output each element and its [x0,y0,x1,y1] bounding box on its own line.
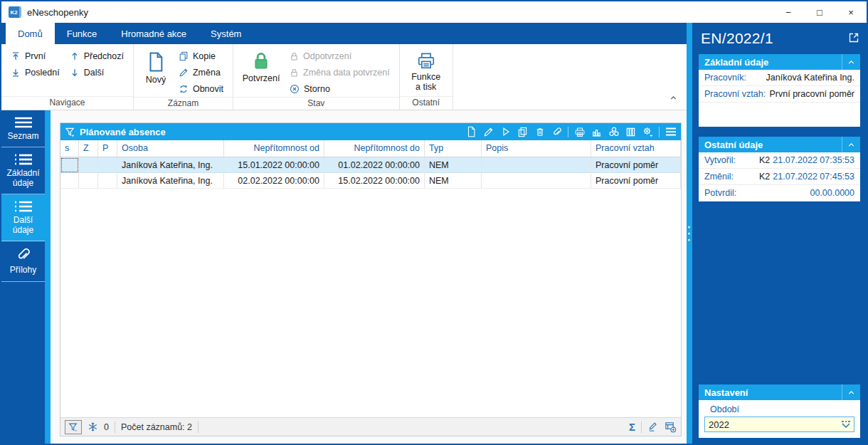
group-label-navigace: Navigace [1,96,133,110]
section-ostatni-udaje: Ostatní údaje Vytvořil: K221.07.2022 07:… [699,137,860,201]
field-pracovni-vztah: Pracovní vztah: První pracovní poměr [699,86,860,103]
unconfirm-button[interactable]: Odpotvrzení [286,48,393,64]
chart-icon[interactable] [591,126,603,138]
column-header-s[interactable]: s [60,140,79,157]
column-header-osoba[interactable]: Osoba [117,140,224,157]
previous-button[interactable]: Předchozí [66,48,127,64]
tab-system[interactable]: Systém [199,23,253,44]
sidebar-splitter[interactable] [45,110,51,444]
new-record-icon[interactable] [465,126,477,138]
arrow-down-icon [70,68,80,78]
tab-funkce[interactable]: Funkce [55,23,110,44]
printer-icon [416,51,436,70]
field-zmenil: Změnil: K221.07.2022 07:45:53 [699,169,860,185]
reports-icon[interactable] [608,126,620,138]
section-header-nastaveni[interactable]: Nastavení [699,384,860,400]
sidebar-item-prilohy[interactable]: Přílohy [1,241,45,281]
refresh-button[interactable]: Obnovit [175,81,227,97]
run-icon[interactable] [499,126,512,138]
grid-status-bar: 0 Počet záznamů: 2 Σ [60,417,681,436]
section-header-zakladni[interactable]: Základní údaje [699,54,860,70]
toolbar-separator [568,127,568,137]
new-button[interactable]: Nový [139,47,172,97]
section-nastaveni: Nastavení Období [699,384,860,438]
field-potvrdil: Potvrdil: 00.00.0000 [699,185,860,201]
ribbon-group-navigace: První Poslední [1,44,134,110]
collapse-ribbon-icon[interactable] [669,93,678,103]
grid-menu-icon[interactable] [665,126,677,138]
sidebar-item-zakladni-udaje[interactable]: Základní údaje [1,147,45,194]
pencil-icon [179,68,189,78]
grid-header-row: s Z P Osoba Nepřítomnost od Nepřítomnost… [60,140,681,157]
confirm-button[interactable]: Potvrzení [239,47,283,97]
group-label-ostatni: Ostatní [400,96,452,110]
sidebar-item-seznam[interactable]: Seznam [1,110,45,147]
tab-hromadne-akce[interactable]: Hromadné akce [109,23,199,44]
ribbon-group-zaznam: Nový Kopie Změna [134,44,233,110]
panel-splitter[interactable] [687,23,692,444]
sidebar-item-dalsi-udaje[interactable]: Další údaje [1,194,45,241]
collapse-section-icon[interactable] [842,137,860,152]
tab-domu[interactable]: Domů [6,23,55,44]
column-header-vztah[interactable]: Pracovní vztah [591,140,681,157]
left-sidebar: Seznam Základní údaje Další údaje [1,110,45,444]
ribbon-group-stav: Potvrzení Odpotvrzení Změ [233,44,400,110]
app-window: K2 eNeschopenky − □ × Domů Funkce Hromad… [0,0,868,445]
column-header-do[interactable]: Nepřítomnost do [324,140,425,157]
column-header-z[interactable]: Z [79,140,98,157]
grid-row-2[interactable]: Janíková Kateřina, Ing. 02.02.2022 00:00… [60,173,681,189]
maximize-button[interactable]: □ [804,1,835,23]
period-input[interactable] [705,419,838,430]
add-view-icon[interactable] [664,421,677,433]
period-dropdown-icon[interactable] [838,417,854,431]
window-title: eNeschopenky [27,7,88,18]
cancel-button[interactable]: Storno [286,81,393,97]
lock-gray-icon [290,52,299,61]
grid-empty-area [60,189,681,417]
first-button[interactable]: První [7,48,63,64]
print-icon[interactable] [573,126,586,138]
copy-icon [179,51,189,61]
status-separator [198,422,199,433]
functions-print-button[interactable]: Funkce a tisk [406,47,447,96]
sum-icon[interactable]: Σ [629,421,635,433]
copy-record-icon[interactable] [517,126,529,138]
lock-green-icon [252,51,270,71]
change-confirm-date-button[interactable]: Změna data potvrzení [286,65,393,80]
column-header-typ[interactable]: Typ [425,140,482,157]
close-button[interactable]: × [835,1,867,23]
column-header-popis[interactable]: Popis [482,140,591,157]
collapse-section-icon[interactable] [842,384,860,400]
popout-icon[interactable] [848,32,859,43]
planned-absences-grid: Plánované absence [60,122,682,436]
collapse-section-icon[interactable] [842,54,860,70]
edit-record-icon[interactable] [482,126,494,138]
frozen-rows-icon[interactable] [88,422,98,432]
field-vytvoril: Vytvořil: K221.07.2022 07:35:53 [699,152,860,169]
period-label: Období [704,403,854,417]
section-header-ostatni[interactable]: Ostatní údaje [699,137,860,152]
grid-title-bar: Plánované absence [60,123,681,140]
splitter-grip[interactable] [688,226,690,241]
main-content: Plánované absence [51,110,687,444]
attachment-icon[interactable] [551,126,563,138]
last-button[interactable]: Poslední [7,65,63,80]
new-document-icon [146,51,166,73]
record-count-label: Počet záznamů: 2 [121,422,192,432]
change-button[interactable]: Změna [175,65,227,80]
group-label-zaznam: Záznam [134,97,233,110]
column-header-od[interactable]: Nepřítomnost od [224,140,324,157]
minimize-button[interactable]: − [773,1,804,23]
quick-edit-icon[interactable] [647,422,658,432]
next-button[interactable]: Další [66,65,127,80]
grid-row-1[interactable]: Janíková Kateřina, Ing. 15.01.2022 00:00… [60,157,681,173]
delete-record-icon[interactable] [534,126,546,138]
filter-funnel-icon[interactable] [65,127,75,137]
settings-gear-icon[interactable] [642,126,654,138]
column-header-p[interactable]: P [98,140,117,157]
columns-icon[interactable] [625,126,637,138]
toolbar-separator [659,127,660,137]
copy-button[interactable]: Kopie [175,48,227,64]
status-filter-button[interactable] [65,420,82,434]
ribbon-group-ostatni: Funkce a tisk Ostatní [400,44,453,110]
